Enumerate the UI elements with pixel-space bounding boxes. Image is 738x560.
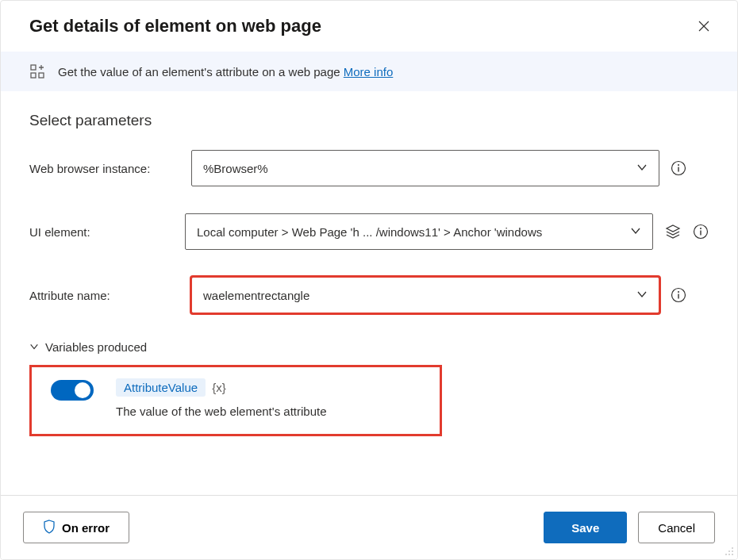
param-label-attribute: Attribute name:	[29, 289, 180, 302]
shield-icon	[43, 520, 56, 536]
svg-point-14	[732, 550, 733, 552]
variables-produced-label: Variables produced	[45, 340, 147, 354]
param-label-uielement: UI element:	[29, 225, 174, 239]
on-error-button[interactable]: On error	[23, 512, 129, 543]
info-bar: Get the value of an element's attribute …	[1, 52, 737, 91]
svg-rect-8	[700, 231, 701, 236]
close-icon	[698, 20, 710, 33]
ui-element-value: Local computer > Web Page 'h ... /window…	[197, 225, 624, 239]
more-info-link[interactable]: More info	[344, 65, 394, 79]
info-icon-attribute[interactable]	[671, 287, 686, 303]
info-icon-uielement[interactable]	[693, 224, 709, 240]
variable-description: The value of the web element's attribute	[116, 405, 424, 418]
ui-element-dropdown[interactable]: Local computer > Web Page 'h ... /window…	[185, 213, 653, 250]
on-error-label: On error	[62, 521, 110, 535]
variable-name-chip[interactable]: AttributeValue	[116, 378, 206, 397]
svg-point-13	[728, 550, 730, 552]
svg-rect-0	[31, 65, 36, 70]
svg-point-17	[732, 554, 733, 555]
chevron-down-icon	[630, 225, 641, 239]
param-label-browser: Web browser instance:	[29, 162, 180, 175]
browser-instance-value: %Browser%	[203, 162, 630, 175]
info-bar-message: Get the value of an element's attribute …	[58, 65, 340, 79]
dialog-body: Select parameters Web browser instance: …	[1, 91, 737, 495]
variables-produced-toggle[interactable]: Variables produced	[29, 340, 709, 354]
svg-point-15	[725, 554, 727, 555]
param-row-attribute: Attribute name: waelementrectangle	[29, 277, 709, 313]
variable-row: AttributeValue {x} The value of the web …	[51, 378, 424, 418]
attribute-name-combobox[interactable]: waelementrectangle	[191, 277, 659, 313]
param-row-browser: Web browser instance: %Browser%	[29, 150, 709, 186]
dialog-footer: On error Save Cancel	[1, 495, 737, 559]
svg-point-4	[678, 164, 679, 166]
toggle-knob	[75, 382, 90, 398]
info-icon-browser[interactable]	[671, 160, 686, 176]
chevron-down-icon	[636, 162, 648, 175]
svg-point-7	[700, 228, 701, 229]
close-button[interactable]	[693, 15, 715, 37]
section-title: Select parameters	[29, 112, 709, 129]
svg-rect-1	[31, 73, 36, 78]
svg-rect-11	[678, 294, 678, 299]
save-button[interactable]: Save	[544, 512, 627, 543]
param-row-uielement: UI element: Local computer > Web Page 'h…	[29, 213, 709, 250]
cancel-button[interactable]: Cancel	[638, 512, 715, 543]
svg-point-12	[732, 547, 733, 549]
svg-rect-5	[678, 167, 678, 172]
svg-rect-2	[39, 73, 44, 78]
variable-enabled-toggle[interactable]	[51, 380, 94, 401]
svg-point-16	[728, 554, 730, 555]
browser-instance-dropdown[interactable]: %Browser%	[191, 150, 659, 186]
attribute-name-value: waelementrectangle	[203, 289, 630, 302]
svg-point-10	[678, 291, 679, 293]
dialog-header: Get details of element on web page	[1, 1, 737, 52]
chevron-down-icon	[29, 340, 39, 354]
ui-element-picker-button[interactable]	[664, 223, 682, 240]
apps-icon	[29, 63, 47, 80]
variable-symbol: {x}	[212, 381, 226, 394]
variables-box: AttributeValue {x} The value of the web …	[29, 365, 442, 436]
chevron-down-icon	[636, 289, 648, 302]
resize-grip[interactable]	[723, 545, 734, 556]
dialog-title: Get details of element on web page	[29, 16, 693, 36]
info-bar-text: Get the value of an element's attribute …	[58, 65, 393, 79]
